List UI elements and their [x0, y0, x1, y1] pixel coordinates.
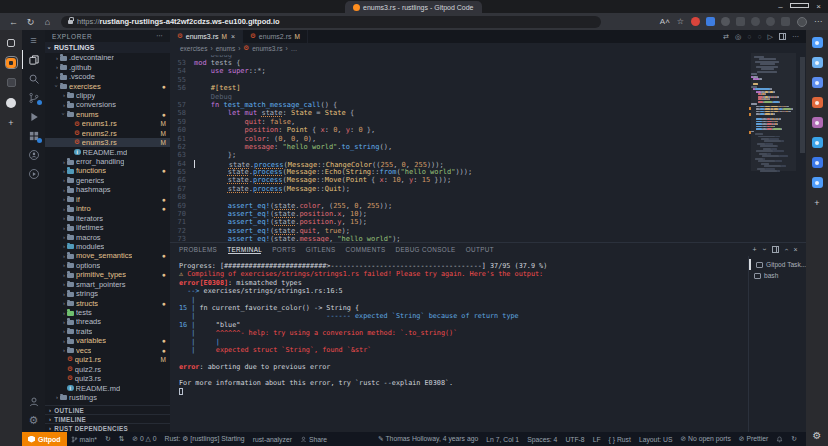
- panel-tab-output[interactable]: OUTPUT: [466, 246, 494, 253]
- profile-avatar[interactable]: [797, 17, 807, 27]
- tree-item-hashmaps[interactable]: ›hashmaps: [45, 185, 170, 194]
- run-or-debug-icon[interactable]: ▷: [768, 33, 773, 41]
- split-editor-icon[interactable]: [779, 33, 786, 40]
- panel-tab-comments[interactable]: COMMENTS: [346, 246, 386, 253]
- tree-item-modules[interactable]: ›modules: [45, 242, 170, 251]
- tree-item-intro[interactable]: ›intro●: [45, 204, 170, 213]
- extension-dark-icon[interactable]: [721, 17, 730, 26]
- notebook-icon[interactable]: [6, 77, 17, 88]
- tree-item-quiz1.rs[interactable]: ⚙quiz1.rsM: [45, 355, 170, 364]
- prettier-status[interactable]: ⊘ Prettier: [735, 432, 773, 446]
- minimap[interactable]: [751, 56, 796, 240]
- tree-item-enums3.rs[interactable]: ⚙enums3.rsM: [45, 138, 170, 147]
- tree-item-functions[interactable]: ›functions●: [45, 166, 170, 175]
- back-icon[interactable]: ←: [6, 17, 21, 27]
- tree-item-enums2.rs[interactable]: ⚙enums2.rsM: [45, 129, 170, 138]
- code-editor[interactable]: Debug53mod tests {54 use super::*;5556 #…: [170, 53, 806, 242]
- eol[interactable]: LF: [589, 432, 605, 446]
- tree-item-enums[interactable]: ›enums●: [45, 110, 170, 119]
- extension-globe-icon[interactable]: [751, 17, 760, 26]
- code-line[interactable]: 60 position: Point { x: 0, y: 0 },: [170, 126, 746, 134]
- preview-icon[interactable]: ◎: [735, 33, 741, 41]
- refresh-icon[interactable]: ↻: [23, 17, 38, 27]
- tree-item-rustlings[interactable]: ›rustlings: [45, 393, 170, 402]
- terminal-dropdown-icon[interactable]: ›: [763, 246, 766, 253]
- section-rust-dependencies[interactable]: ›RUST DEPENDENCIES: [45, 423, 170, 432]
- extension-heart-icon[interactable]: [766, 17, 775, 26]
- split-terminal-icon[interactable]: [772, 246, 779, 254]
- tree-item-.github[interactable]: ›.github: [45, 62, 170, 71]
- code-line[interactable]: 55: [170, 76, 746, 84]
- rust-server-status[interactable]: Rust: ⚙ [rustlings] Starting: [161, 432, 249, 446]
- breadcrumb-item[interactable]: …: [291, 45, 298, 52]
- bell-icon[interactable]: [812, 37, 823, 48]
- ports-status[interactable]: ⊘ No open ports: [677, 432, 735, 446]
- cursor-position[interactable]: Ln 7, Col 1: [482, 432, 523, 446]
- extension-blue-icon[interactable]: [706, 17, 715, 26]
- maximize-button[interactable]: [790, 0, 809, 13]
- close-tab-icon[interactable]: ×: [231, 33, 235, 40]
- editor-tab-enums2.rs[interactable]: ⚙enums2.rsM: [243, 30, 308, 43]
- tree-item-move_semantics[interactable]: ›move_semantics●: [45, 251, 170, 260]
- toolbox-icon[interactable]: [812, 97, 823, 108]
- tree-item-smart_pointers[interactable]: ›smart_pointers: [45, 280, 170, 289]
- terminal-output[interactable]: Progress: [#########################>---…: [170, 256, 748, 432]
- sync-icon[interactable]: ↻: [101, 432, 115, 446]
- tree-item-.devcontainer[interactable]: ›.devcontainer: [45, 53, 170, 62]
- new-terminal-icon[interactable]: +: [753, 246, 758, 253]
- extension-red-icon[interactable]: [691, 17, 700, 26]
- tree-item-quiz2.rs[interactable]: ⚙quiz2.rs: [45, 364, 170, 373]
- nav-forward-icon[interactable]: ○: [757, 33, 761, 40]
- tree-item-error_handling[interactable]: ›error_handling: [45, 157, 170, 166]
- tree-item-enums1.rs[interactable]: ⚙enums1.rsM: [45, 119, 170, 128]
- home-icon[interactable]: ⌂: [40, 17, 55, 27]
- editor-scrollbar[interactable]: [800, 57, 805, 153]
- tree-item-exercises[interactable]: ›exercises●: [45, 81, 170, 90]
- panel-tab-terminal[interactable]: TERMINAL: [227, 246, 262, 253]
- share-button[interactable]: Share: [296, 432, 331, 446]
- panel-tab-problems[interactable]: PROBLEMS: [179, 246, 217, 253]
- code-line[interactable]: Debug: [170, 93, 746, 101]
- tree-item-README.md[interactable]: iREADME.md: [45, 147, 170, 156]
- open-changes-icon[interactable]: ⇄: [723, 33, 729, 41]
- nav-back-icon[interactable]: ○: [747, 33, 751, 40]
- tree-item-lifetimes[interactable]: ›lifetimes: [45, 223, 170, 232]
- code-line[interactable]: 53mod tests {: [170, 59, 746, 67]
- tab-square-icon[interactable]: [6, 37, 17, 48]
- code-line[interactable]: 63 };: [170, 151, 746, 159]
- tree-item-macros[interactable]: ›macros: [45, 232, 170, 241]
- breadcrumb-item[interactable]: exercises: [180, 45, 207, 52]
- gitlens-blame[interactable]: ✎ Thomas Holloway, 4 years ago: [374, 432, 482, 446]
- terminal-instance-GitpodTask[interactable]: Gitpod Task...: [749, 259, 806, 270]
- add-icon[interactable]: +: [6, 117, 17, 128]
- tree-item-quiz3.rs[interactable]: ⚙quiz3.rs: [45, 374, 170, 383]
- code-line[interactable]: 64 state.process(Message::ChangeColor((2…: [170, 160, 746, 168]
- code-line[interactable]: 59 quit: false,: [170, 118, 746, 126]
- tree-item-if[interactable]: ›if●: [45, 195, 170, 204]
- extension-share-icon[interactable]: [781, 17, 790, 26]
- tree-item-generics[interactable]: ›generics: [45, 176, 170, 185]
- code-line[interactable]: 62 message: "hello world".to_string(),: [170, 143, 746, 151]
- read-aloud-icon[interactable]: A˄: [660, 17, 670, 26]
- code-line[interactable]: 65 state.process(Message::Echo(String::f…: [170, 168, 746, 176]
- browser-menu-icon[interactable]: ⋯: [814, 17, 822, 26]
- section-outline[interactable]: ›OUTLINE: [45, 405, 170, 414]
- indentation[interactable]: Spaces: 4: [523, 432, 561, 446]
- tree-item-conversions[interactable]: ›conversions: [45, 100, 170, 109]
- code-line[interactable]: 72 assert_eq!(state.quit, true);: [170, 227, 746, 235]
- editor-tab-enums3.rs[interactable]: ⚙enums3.rsM×: [170, 30, 243, 43]
- tree-item-primitive_types[interactable]: ›primitive_types●: [45, 270, 170, 279]
- close-panel-icon[interactable]: ×: [794, 246, 799, 253]
- tree-item-variables[interactable]: ›variables●: [45, 336, 170, 345]
- favorite-star-icon[interactable]: ☆: [677, 17, 684, 26]
- code-line[interactable]: 66 state.process(Message::Move(Point { x…: [170, 176, 746, 184]
- browser-tab[interactable]: enums3.rs - rustlings - Gitpod Code: [345, 1, 482, 13]
- workspace-section-header[interactable]: › RUSTLINGS: [45, 42, 170, 53]
- tree-item-tests[interactable]: ›tests: [45, 308, 170, 317]
- code-line[interactable]: 57 fn test_match_message_call() {: [170, 101, 746, 109]
- tree-item-.vscode[interactable]: ›.vscode: [45, 72, 170, 81]
- panel-tab-ports[interactable]: PORTS: [272, 246, 296, 253]
- plus-icon[interactable]: +: [812, 197, 823, 208]
- tree-item-vecs[interactable]: ›vecs●: [45, 346, 170, 355]
- code-line[interactable]: 61 color: (0, 0, 0),: [170, 135, 746, 143]
